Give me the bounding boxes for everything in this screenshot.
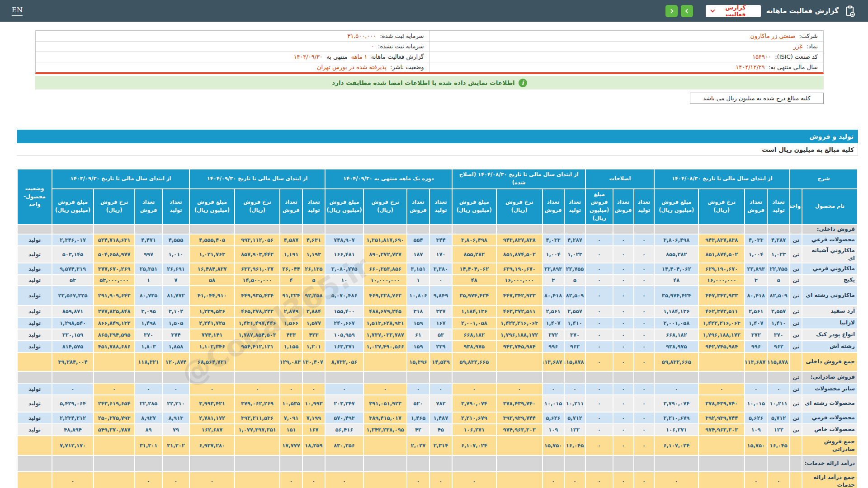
table-row: ماکاروني فرميتن۲۲,۷۵۵۲۲,۸۹۳۶۲۹,۱۹۰,۶۷۰۱۴… <box>17 263 858 275</box>
value-cell: ۰ <box>634 472 655 488</box>
table-row: محصولات فرعيتن۴,۲۸۷۴,۰۳۳۹۴۳,۸۳۷,۸۳۸۳,۸۰۶… <box>17 234 858 246</box>
unit-cell: تن <box>790 383 802 395</box>
unit-cell: تن <box>790 371 802 383</box>
value-cell: ۱ <box>407 275 429 286</box>
next-report-button[interactable] <box>665 5 678 17</box>
column-group-header: از ابتدای سال مالی تا تاریخ ۱۴۰۴/۰۸/۳۰ <box>654 169 790 189</box>
column-sub-header: مبلغ فروش (میلیون ریال) <box>585 189 613 225</box>
company-info-panel: شرکت: صنعتي زر ماکارون سرمایه ثبت شده: ۳… <box>35 30 824 74</box>
unit-cell: تن <box>790 424 802 436</box>
product-status-cell: تولید <box>17 234 52 246</box>
value-cell <box>302 455 325 472</box>
value-cell: ۱,۱۹۱ <box>280 246 302 263</box>
product-name-cell: جمع درآمد ارائه خدمات <box>802 472 858 488</box>
value-cell <box>698 352 745 371</box>
language-switch-link[interactable]: EN <box>12 6 23 16</box>
value-cell <box>613 371 634 383</box>
value-cell <box>542 455 564 472</box>
value-cell: ۰ <box>585 263 613 275</box>
production-sales-section: تولید و فروش کلیه مبالغ به میلیون ریال ا… <box>17 130 858 488</box>
value-cell: ۳۵,۹۷۴,۴۲۴ <box>452 286 496 305</box>
info-row: نماد: غزر سرمایه ثبت نشده: ۰ <box>36 41 823 52</box>
value-cell: ۱,۷۹۶,۱۸۸,۱۷۲ <box>698 329 745 341</box>
value-cell: ۰ <box>585 395 613 412</box>
value-cell: ۴۶۹,۲۲۸,۷۶۲ <box>363 286 407 305</box>
column-sub-header: مبلغ فروش (میلیون ریال) <box>325 189 363 225</box>
value-cell: ۳۱,۳۰۱ <box>135 436 162 455</box>
value-cell: ۰ <box>613 234 634 246</box>
column-sub-header: مبلغ فروش (میلیون ریال) <box>452 189 496 225</box>
value-cell: ۱,۰۲۷,۴۹۰,۵۶۶ <box>363 341 407 352</box>
value-cell: ۱,۴۲۲,۲۱۶,۰۶۳ <box>496 317 542 329</box>
column-group-header: اصلاحات <box>585 169 654 189</box>
value-cell <box>429 455 452 472</box>
value-cell: ۶۲۹,۱۹۰,۶۷۰ <box>698 263 745 275</box>
fiscal-year-value: ۱۴۰۴/۱۲/۲۹ <box>736 64 765 70</box>
value-cell <box>162 371 189 383</box>
value-cell: ۰ <box>634 263 655 275</box>
value-cell: ۱۱۸,۳۲۱ <box>135 352 162 371</box>
value-cell <box>745 455 767 472</box>
value-cell: ۰ <box>634 275 655 286</box>
table-row: فروش داخلی: <box>17 225 858 234</box>
column-group-header: دوره یک ماهه منتهی به ۱۴۰۴/۰۹/۳۰ <box>325 169 452 189</box>
value-cell <box>613 225 634 234</box>
value-cell <box>302 225 325 234</box>
value-cell: ۹۹۷ <box>135 246 162 263</box>
value-cell: ۰ <box>634 317 655 329</box>
unit-cell: تن <box>790 329 802 341</box>
value-cell: ۹۵۴,۴۱۲,۱۲۱ <box>235 341 280 352</box>
value-cell: ۳۹,۲۸۴,۰۰۴ <box>52 352 94 371</box>
value-cell <box>767 455 790 472</box>
table-row: ماکاروني آشیانه ايتن۱,۰۲۳۱,۰۰۴۸۵۱,۸۷۴,۵۰… <box>17 246 858 263</box>
product-name-cell: انواع پودر کیک <box>802 329 858 341</box>
info-row: کد صنعت (ISIC): ۱۵۴۹۰۰ گزارش فعالیت ماها… <box>36 52 823 62</box>
value-cell <box>135 455 162 472</box>
value-cell: ۱۶,۴۸۴,۸۳۷ <box>189 263 235 275</box>
value-cell: ۴۱,۰۴۴,۹۱۰ <box>189 286 235 305</box>
value-cell <box>654 455 698 472</box>
value-cell: ۲,۰۰۱,۰۵۸ <box>654 317 698 329</box>
product-name-cell: سایر محصولات <box>802 383 858 395</box>
value-cell <box>235 371 280 383</box>
value-cell: ۳۷۰ <box>135 329 162 341</box>
value-cell: ۰ <box>585 286 613 305</box>
column-sub-header: تعداد فروش <box>745 189 767 225</box>
value-cell: ۱۰,۸۰۶ <box>407 286 429 305</box>
value-cell: ۱,۱۹۳ <box>302 246 325 263</box>
value-cell: ۰ <box>135 383 162 395</box>
value-cell: ۱۰۵,۹۵۹ <box>325 329 363 341</box>
column-sub-header: مبلغ فروش (میلیون ریال) <box>52 189 94 225</box>
value-cell <box>698 225 745 234</box>
table-row: جمع فروش داخلی۱۱۵,۸۷۸۱۱۳,۶۸۷۵۹,۸۳۲,۶۶۵۰۰… <box>17 352 858 371</box>
value-cell: ۰ <box>767 472 790 488</box>
value-cell: ۱,۷۹۶,۱۸۸,۱۷۲ <box>496 329 542 341</box>
report-nav-buttons <box>665 5 693 17</box>
value-cell: ۱۵,۳۹۶ <box>407 352 429 371</box>
product-status-cell: تولید <box>17 305 52 317</box>
value-cell: ۱,۱۸۴,۱۳۶ <box>654 305 698 317</box>
value-cell: ۵۹,۸۳۲,۶۶۵ <box>452 352 496 371</box>
value-cell <box>325 371 363 383</box>
value-cell: ۱۰,۰۱۵ <box>542 395 564 412</box>
value-cell <box>634 371 655 383</box>
value-cell: ۲۲,۲۸۵ <box>135 395 162 412</box>
value-cell: ۵,۰۷۰,۴۸۶ <box>325 286 363 305</box>
value-cell: ۶۱ <box>407 329 429 341</box>
value-cell <box>52 371 94 383</box>
value-cell: ۲,۳۴۶,۰۱۷ <box>52 234 94 246</box>
value-cell: ۷,۱۹۹ <box>302 412 325 424</box>
value-cell: ۴ <box>280 275 302 286</box>
table-row: پکیجتن۵۳۱۶,۰۰۰,۰۰۰۴۸۰۰۰۵۳۱۶,۰۰۰,۰۰۰۴۸۰۱۱… <box>17 275 858 286</box>
value-cell <box>564 371 586 383</box>
value-cell: ۸۱,۷۷۲ <box>162 286 189 305</box>
value-cell: ۲,۷۸۱,۱۷۲ <box>189 412 235 424</box>
registered-capital-label: سرمایه ثبت شده: <box>380 33 424 39</box>
unit-cell: تن <box>790 412 802 424</box>
production-sales-table-wrap: @Codal365.ir شرحاز ابتدای سال مالی تا تا… <box>17 169 858 488</box>
previous-report-button[interactable] <box>681 5 693 17</box>
value-cell: ۱,۴۳۱,۴۹۷,۴۴۶ <box>235 317 280 329</box>
product-status-cell: تولید <box>17 395 52 412</box>
value-cell <box>325 455 363 472</box>
report-type-dropdown[interactable]: گزارش فعالیت <box>706 5 761 17</box>
